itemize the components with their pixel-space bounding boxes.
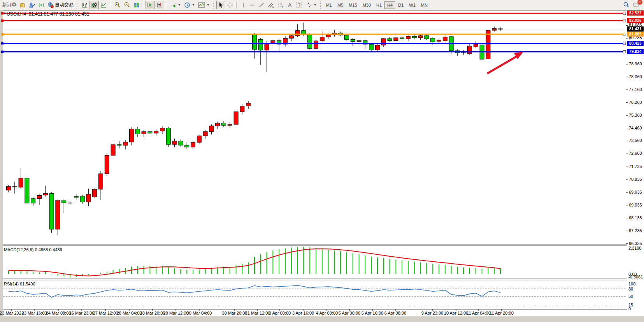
crosshair-button[interactable] xyxy=(225,1,235,9)
rsi-scale-label: 100 xyxy=(628,282,635,286)
line-chart-button[interactable] xyxy=(99,1,108,9)
y-axis-tick-label: 77.160 xyxy=(629,87,642,92)
candlestick-chart-icon xyxy=(91,2,97,8)
tile-windows-button[interactable] xyxy=(132,1,141,9)
time-axis-label: 9 Apr 23:00 xyxy=(421,311,443,315)
toolbar-grip xyxy=(77,2,79,9)
time-axis-label: 31 Mar 12:00 xyxy=(245,311,270,315)
trendline-button[interactable] xyxy=(257,1,266,9)
text-button[interactable]: A xyxy=(286,1,294,9)
timeframe-button-m30[interactable]: M30 xyxy=(360,1,374,9)
market-watch-button[interactable] xyxy=(27,1,37,9)
chart-symbol-period: USOil,H4 xyxy=(7,11,26,17)
text-label-button[interactable]: T xyxy=(294,1,304,9)
cursor-button[interactable] xyxy=(216,1,225,9)
price-level-box[interactable]: 79.834 xyxy=(627,49,644,54)
bar-chart-button[interactable] xyxy=(80,1,89,9)
equidistant-channel-button[interactable]: E xyxy=(266,1,276,9)
time-axis-label: 24 Mar 08:00 xyxy=(46,311,71,315)
chart-shift-icon xyxy=(156,2,163,8)
toolbar-separator xyxy=(166,2,167,9)
vertical-line-icon xyxy=(241,2,246,8)
price-level-box[interactable]: 81.065 xyxy=(627,32,644,37)
time-axis-label: 26 Mar 23:00 xyxy=(69,311,95,315)
new-order-label: 新订单 xyxy=(2,2,16,8)
notification-badge: 1 xyxy=(637,0,642,5)
bar-chart-icon xyxy=(82,2,88,8)
auto-trading-button[interactable]: 自动交易 xyxy=(46,1,75,9)
y-axis-tick-label: 78.060 xyxy=(629,74,642,79)
chart-shift-button[interactable] xyxy=(155,1,164,9)
macd-label: MACD(12,26,9) 0.4663 0.4439 xyxy=(4,247,62,252)
add-indicator-icon xyxy=(170,2,176,8)
timeframe-button-m5[interactable]: M5 xyxy=(335,1,346,9)
price-level-box[interactable]: 80.423 xyxy=(627,41,644,46)
zoom-out-icon xyxy=(124,2,130,8)
signals-button[interactable] xyxy=(37,1,46,9)
fibonacci-button[interactable]: F xyxy=(276,1,286,9)
zoom-out-button[interactable] xyxy=(122,1,132,9)
dropdown-caret-icon: ▼ xyxy=(178,3,181,7)
fibonacci-icon: F xyxy=(277,2,284,8)
channel-icon: E xyxy=(268,2,274,8)
rsi-scale-label: 50 xyxy=(628,294,633,299)
signal-tower-icon xyxy=(38,2,44,8)
timeframe-button-mn[interactable]: MN xyxy=(418,1,430,9)
templates-button[interactable]: ▼ xyxy=(197,1,211,9)
arrows-button[interactable]: ▼ xyxy=(304,1,318,9)
candlestick-chart-button[interactable] xyxy=(89,1,99,9)
mt4-window: 新订单 自动交易 xyxy=(0,0,644,322)
timeframe-button-m15[interactable]: M15 xyxy=(346,1,360,9)
zoom-in-icon xyxy=(114,2,121,8)
auto-scroll-icon xyxy=(147,2,153,8)
line-chart-icon xyxy=(100,2,107,8)
time-axis-label: 29 Mar 12:00 xyxy=(163,311,189,315)
price-level-box[interactable]: 82.028 xyxy=(627,18,644,23)
trendline-icon xyxy=(258,2,265,8)
timeframe-button-h4[interactable]: H4 xyxy=(384,1,395,9)
vertical-line-button[interactable] xyxy=(239,1,247,9)
svg-text:T: T xyxy=(298,3,300,7)
macd-scale-min: -0.3061 xyxy=(628,275,643,279)
profiles-button[interactable] xyxy=(18,1,27,9)
svg-text:F: F xyxy=(282,5,284,8)
y-axis-tick-label: 69.035 xyxy=(629,203,642,207)
price-level-box[interactable]: 82.537 xyxy=(627,10,644,16)
indicators-button[interactable]: ▼ xyxy=(168,1,182,9)
svg-text:E: E xyxy=(272,5,274,8)
y-axis-tick-label: 68.135 xyxy=(629,215,642,220)
time-axis-label: 3 Apr 00:00 xyxy=(269,311,291,315)
timeframe-bar: M1M5M15M30H1H4D1W1MN xyxy=(323,1,430,9)
timeframe-button-w1[interactable]: W1 xyxy=(406,1,418,9)
y-axis-tick-label: 72.660 xyxy=(629,151,642,156)
rsi-scale-label: 0 xyxy=(628,306,631,311)
time-axis-label: 3 Apr 16:00 xyxy=(292,311,314,315)
y-axis-tick-label: 74.460 xyxy=(629,126,642,130)
crosshair-icon xyxy=(227,2,233,8)
y-axis-tick-label: 76.260 xyxy=(629,100,642,105)
chart-marker-icon: ▼ xyxy=(3,12,6,15)
current-price-box: 81.431 xyxy=(627,26,644,32)
notifications-button[interactable]: 1 xyxy=(631,1,641,9)
timeframe-button-d1[interactable]: D1 xyxy=(395,1,406,9)
search-button[interactable] xyxy=(621,1,631,9)
periods-button[interactable]: ▼ xyxy=(182,1,197,9)
time-axis-label: 6 Apr 08:00 xyxy=(384,311,406,315)
toolbar: 新订单 自动交易 xyxy=(0,0,644,10)
auto-scroll-button[interactable] xyxy=(146,1,155,9)
macd-scale-max: 2.3198 xyxy=(628,246,642,250)
dropdown-caret-icon: ▼ xyxy=(192,3,195,7)
timeframe-button-h1[interactable]: H1 xyxy=(374,1,384,9)
cursor-icon xyxy=(218,2,224,8)
timeframe-button-m1[interactable]: M1 xyxy=(323,1,335,9)
y-axis-tick-label: 78.960 xyxy=(629,61,642,66)
clock-icon xyxy=(184,2,190,8)
time-axis-label: 5 Apr 16:00 xyxy=(361,311,383,315)
horizontal-line-button[interactable] xyxy=(247,1,257,9)
y-axis-tick-label: 73.560 xyxy=(629,138,642,143)
zoom-in-button[interactable] xyxy=(112,1,122,9)
time-axis-label: 10 Apr 12:00 xyxy=(444,311,468,315)
new-order-button[interactable]: 新订单 xyxy=(1,1,18,9)
dropdown-caret-icon: ▼ xyxy=(314,3,317,7)
chart-window[interactable] xyxy=(3,10,644,316)
